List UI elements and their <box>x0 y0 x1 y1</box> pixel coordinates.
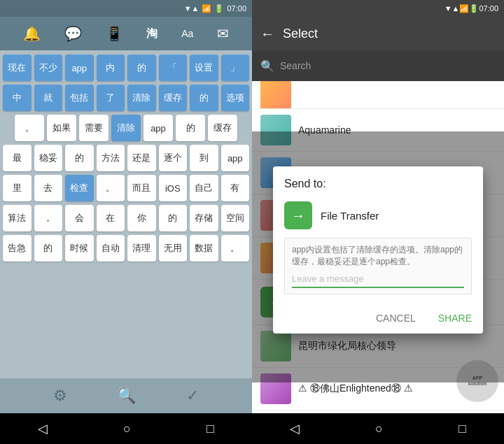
wechat-icon[interactable]: 💬 <box>64 25 82 42</box>
recent-nav-left[interactable]: □ <box>206 422 214 436</box>
key-de4[interactable]: 的 <box>65 145 94 171</box>
key-rbracket[interactable]: 」 <box>221 55 250 81</box>
search-bar[interactable]: 🔍 Search <box>252 50 504 81</box>
time-left: 07:00 <box>227 4 246 13</box>
key-kongjian[interactable]: 空间 <box>221 205 250 231</box>
key-shuju[interactable]: 数据 <box>190 235 218 262</box>
key-wuyong[interactable]: 无用 <box>159 235 188 262</box>
message-preview: app内设置包括了清除缓存的选项。清除app的缓存，最稳妥还是逐个app检查。 <box>292 244 464 268</box>
list-item-partial[interactable] <box>252 81 504 109</box>
keyboard-area: 现在 不少 app 内 的 「 设置 」 中 就 包括 了 清除 缓存 的 选项… <box>0 50 252 378</box>
key-qu[interactable]: 去 <box>34 175 63 201</box>
avatar-partial <box>260 81 291 109</box>
key-ziji[interactable]: 自己 <box>190 175 218 201</box>
key-de2[interactable]: 的 <box>190 85 218 111</box>
key-period1[interactable]: 。 <box>15 115 44 141</box>
search-icon-left[interactable]: 🔍 <box>117 387 136 405</box>
key-bushao[interactable]: 不少 <box>34 55 63 81</box>
key-app3[interactable]: app <box>221 145 250 171</box>
key-period2[interactable]: 。 <box>97 175 125 201</box>
key-li[interactable]: 里 <box>3 175 31 201</box>
list-item-kemu[interactable]: 科目四（请各学员改回自己名字） <box>252 410 504 413</box>
key-row-7: 告急 的 时候 自动 清理 无用 数据 。 <box>3 235 249 262</box>
key-zai[interactable]: 在 <box>97 205 125 231</box>
key-nei[interactable]: 内 <box>97 55 125 81</box>
dialog-title: Send to: <box>273 166 483 196</box>
dialog-overlay: Send to: → File Transfer app内设置包括了清除缓存的选… <box>252 131 504 382</box>
key-hui[interactable]: 会 <box>65 205 94 231</box>
key-qingchu1[interactable]: 清除 <box>127 85 156 111</box>
key-suanfa[interactable]: 算法 <box>3 205 31 231</box>
confirm-icon[interactable]: ✓ <box>186 387 199 405</box>
message-input[interactable]: Leave a message <box>292 273 464 288</box>
page-title-right: Select <box>283 27 318 41</box>
back-arrow-right[interactable]: ← <box>260 26 274 42</box>
key-period3[interactable]: 。 <box>221 235 250 262</box>
key-jiancha[interactable]: 检查 <box>65 175 94 201</box>
key-row-4: 最 稳妥 的 方法 还是 逐个 到 app <box>3 145 249 171</box>
key-ruguo[interactable]: 如果 <box>47 115 76 141</box>
key-xuanxiang[interactable]: 选项 <box>221 85 250 111</box>
recent-nav-right[interactable]: □ <box>458 422 466 436</box>
key-dao[interactable]: 到 <box>190 145 218 171</box>
battery-icon: 🔋 <box>214 4 224 13</box>
home-nav-right[interactable]: ○ <box>375 422 383 436</box>
right-panel: ▼▲ 📶 🔋 07:00 ← Select 🔍 Search Aquamarin… <box>252 0 504 444</box>
top-bar-right: ← Select <box>252 17 504 50</box>
key-de6[interactable]: 的 <box>34 235 63 262</box>
key-de1[interactable]: 的 <box>127 55 156 81</box>
key-zhuge[interactable]: 逐个 <box>159 145 188 171</box>
key-baokuo[interactable]: 包括 <box>65 85 94 111</box>
settings-icon[interactable]: ⚙ <box>53 387 67 405</box>
bell-icon[interactable]: 🔔 <box>23 25 41 42</box>
share-button[interactable]: Share <box>433 308 477 328</box>
key-zidong[interactable]: 自动 <box>97 235 125 262</box>
taobao-icon[interactable]: 淘 <box>146 27 158 41</box>
bottom-keyboard-bar: ⚙ 🔍 ✓ <box>0 378 252 413</box>
key-shezhi[interactable]: 设置 <box>190 55 218 81</box>
send-service-name: File Transfer <box>321 210 379 222</box>
font-icon[interactable]: Aa <box>181 28 193 39</box>
key-qingchu2[interactable]: 清除 <box>111 115 141 141</box>
key-fangfa[interactable]: 方法 <box>97 145 125 171</box>
key-huancun2[interactable]: 缓存 <box>208 115 237 141</box>
key-gaoji[interactable]: 告急 <box>3 235 31 262</box>
key-ni[interactable]: 你 <box>127 205 156 231</box>
key-haishi[interactable]: 还是 <box>127 145 156 171</box>
key-lbracket[interactable]: 「 <box>159 55 188 81</box>
key-app2[interactable]: app <box>144 115 173 141</box>
search-placeholder: Search <box>280 60 311 71</box>
key-row-2: 中 就 包括 了 清除 缓存 的 选项 <box>3 85 249 111</box>
back-nav-left[interactable]: ◁ <box>38 421 48 436</box>
key-cunchu[interactable]: 存储 <box>190 205 218 231</box>
weibo-icon[interactable]: 📱 <box>106 25 123 42</box>
send-to-item: → File Transfer <box>284 201 472 229</box>
key-wentuo[interactable]: 稳妥 <box>34 145 63 171</box>
key-app1[interactable]: app <box>65 55 94 81</box>
key-xuyao[interactable]: 需要 <box>79 115 108 141</box>
email-icon[interactable]: ✉ <box>217 25 229 42</box>
home-nav-left[interactable]: ○ <box>123 422 131 436</box>
key-le[interactable]: 了 <box>97 85 125 111</box>
key-ios[interactable]: iOS <box>159 175 188 201</box>
key-zui[interactable]: 最 <box>3 145 31 171</box>
key-zhong[interactable]: 中 <box>3 85 31 111</box>
key-row-5: 里 去 检查 。 而且 iOS 自己 有 <box>3 175 249 201</box>
key-erqie[interactable]: 而且 <box>127 175 156 201</box>
key-de3[interactable]: 的 <box>176 115 205 141</box>
key-jiu[interactable]: 就 <box>34 85 63 111</box>
back-nav-right[interactable]: ◁ <box>290 421 300 436</box>
key-huancun1[interactable]: 缓存 <box>159 85 188 111</box>
wifi-icon-right: 📶 <box>459 4 469 13</box>
key-row-1: 现在 不少 app 内 的 「 设置 」 <box>3 55 249 81</box>
key-de5[interactable]: 的 <box>159 205 188 231</box>
key-qingli[interactable]: 清理 <box>127 235 156 262</box>
contact-list: Aquamarine → File Transfer 昆明市绿化局核心领导 ⚠ … <box>252 81 504 413</box>
send-to-dialog: Send to: → File Transfer app内设置包括了清除缓存的选… <box>273 166 483 334</box>
dialog-content: → File Transfer app内设置包括了清除缓存的选项。清除app的缓… <box>273 196 483 303</box>
key-you[interactable]: 有 <box>221 175 250 201</box>
cancel-button[interactable]: Cancel <box>370 308 421 328</box>
key-shihou[interactable]: 时候 <box>65 235 94 262</box>
key-xianzai[interactable]: 现在 <box>3 55 31 81</box>
key-comma[interactable]: ， <box>34 205 63 231</box>
